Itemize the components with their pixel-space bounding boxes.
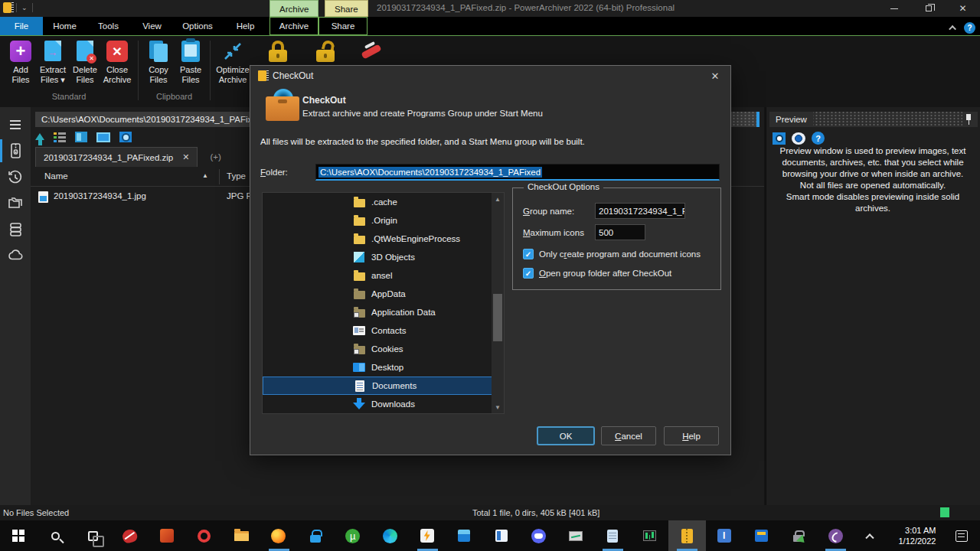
- taskbar-app-taskmgr[interactable]: [632, 520, 669, 551]
- tools-button[interactable]: [354, 41, 389, 64]
- taskbar-app-lock[interactable]: [297, 520, 335, 551]
- scroll-down-icon[interactable]: ▼: [492, 401, 504, 413]
- scroll-up-icon[interactable]: ▲: [492, 193, 504, 205]
- taskbar-clock[interactable]: 3:01 AM 1/12/2022: [886, 520, 939, 551]
- paste-files-button[interactable]: PasteFiles: [173, 41, 208, 85]
- sidebar-item-history[interactable]: [0, 164, 31, 190]
- taskbar-app-encryption[interactable]: [780, 520, 818, 551]
- taskbar-app-explorer[interactable]: [223, 520, 260, 551]
- column-type[interactable]: Type: [227, 171, 246, 181]
- close-button[interactable]: ✕: [946, 0, 980, 17]
- pin-icon[interactable]: [962, 112, 975, 126]
- delete-files-icon: ✕: [74, 41, 96, 62]
- max-icons-input[interactable]: 500: [595, 224, 645, 240]
- sidebar-item-folders[interactable]: [0, 190, 31, 216]
- tree-item-desktop[interactable]: Desktop: [263, 358, 504, 377]
- minimize-button[interactable]: [877, 0, 911, 17]
- taskbar-app-notepad[interactable]: [594, 520, 632, 551]
- close-icon: ✕: [959, 3, 966, 14]
- extract-files-button[interactable]: → ExtractFiles ▾: [35, 41, 70, 85]
- help-icon[interactable]: ?: [964, 22, 975, 34]
- taskbar-app-compressor[interactable]: [743, 520, 780, 551]
- split-view-icon[interactable]: [75, 132, 87, 142]
- tab-close-icon[interactable]: ✕: [182, 152, 189, 162]
- tree-item-cookies[interactable]: Cookies: [263, 340, 504, 358]
- search-button[interactable]: [38, 520, 75, 551]
- taskbar-app-fdm[interactable]: [112, 520, 149, 551]
- sidebar-item-archive[interactable]: [0, 138, 31, 164]
- taskbar-app-firefox[interactable]: [260, 520, 298, 551]
- tree-item-3d-objects[interactable]: 3D Objects: [263, 248, 504, 266]
- sidebar-item-cloud[interactable]: [0, 242, 31, 268]
- checkbox-only-create-icons[interactable]: Only create program and document icons: [523, 249, 701, 259]
- folder-input[interactable]: C:\Users\AOX\Documents\20190317234934_1_…: [315, 164, 720, 181]
- notification-center-button[interactable]: [943, 520, 980, 551]
- tree-item-downloads[interactable]: Downloads: [263, 395, 504, 413]
- delete-files-button[interactable]: ✕ DeleteFiles: [67, 41, 103, 85]
- dialog-close-button[interactable]: ✕: [700, 66, 730, 86]
- folder-tree[interactable]: .cache .Origin .QtWebEngineProcess 3D Ob…: [262, 192, 505, 414]
- taskbar-app-edge[interactable]: [371, 520, 409, 551]
- preview-header[interactable]: Preview: [769, 112, 978, 127]
- menu-help[interactable]: Help: [221, 17, 270, 35]
- menu-file[interactable]: File: [0, 17, 43, 35]
- ok-button[interactable]: OK: [537, 426, 595, 445]
- details-view-icon[interactable]: [54, 132, 66, 142]
- close-archive-button[interactable]: ✕ CloseArchive: [100, 41, 135, 85]
- hamburger-menu-icon[interactable]: [0, 112, 31, 138]
- cancel-button[interactable]: Cancel: [601, 426, 656, 445]
- wide-view-icon[interactable]: [96, 132, 110, 142]
- scroll-thumb[interactable]: [493, 294, 502, 341]
- column-name[interactable]: Name: [44, 171, 68, 181]
- tray-expand-button[interactable]: [854, 520, 887, 551]
- taskbar-app-viber[interactable]: [817, 520, 854, 551]
- taskbar-app-discord[interactable]: [520, 520, 557, 551]
- menu-home[interactable]: Home: [43, 17, 87, 35]
- menu-archive[interactable]: Archive: [270, 17, 318, 35]
- tree-item-application-data[interactable]: Application Data: [263, 303, 504, 321]
- menu-view[interactable]: View: [130, 17, 174, 35]
- optimize-archive-button[interactable]: OptimizeArchive: [213, 41, 253, 85]
- menu-options[interactable]: Options: [174, 17, 221, 35]
- checkbox-open-group-folder[interactable]: Open group folder after CheckOut: [523, 268, 671, 279]
- decrypt-button[interactable]: [308, 41, 343, 65]
- dialog-title-bar[interactable]: CheckOut: [250, 66, 730, 86]
- tree-item-documents[interactable]: Documents: [263, 377, 504, 395]
- tree-item-appdata[interactable]: AppData: [263, 285, 504, 303]
- restore-button[interactable]: [911, 0, 946, 17]
- start-button[interactable]: [0, 520, 38, 551]
- taskbar-app-3d[interactable]: [446, 520, 483, 551]
- encrypt-button[interactable]: [260, 41, 296, 65]
- menu-tools[interactable]: Tools: [87, 17, 130, 35]
- task-view-button[interactable]: [74, 520, 112, 551]
- taskbar-app-utorrent[interactable]: µ: [335, 520, 372, 551]
- taskbar-app-winamp[interactable]: [409, 520, 446, 551]
- tree-item-cache[interactable]: .cache: [263, 193, 504, 211]
- copy-files-button[interactable]: CopyFiles: [141, 41, 176, 85]
- tree-item-qtwebengine[interactable]: .QtWebEngineProcess: [263, 230, 504, 248]
- group-name-input[interactable]: 20190317234934_1_PA: [595, 203, 685, 219]
- taskbar-app-office[interactable]: [149, 520, 186, 551]
- qat-dropdown-icon[interactable]: ⌄: [21, 4, 28, 11]
- tree-item-origin[interactable]: .Origin: [263, 211, 504, 230]
- preview-eye-icon[interactable]: [792, 132, 805, 145]
- up-one-level-icon[interactable]: [35, 129, 44, 140]
- taskbar-app-powerarchiver[interactable]: [668, 520, 706, 551]
- tree-scrollbar[interactable]: ▲ ▼: [492, 193, 504, 413]
- preview-toggle-icon[interactable]: [119, 132, 132, 142]
- taskbar-app-monitor[interactable]: [557, 520, 595, 551]
- tree-item-ansel[interactable]: ansel: [263, 266, 504, 285]
- taskbar-app-opera[interactable]: [186, 520, 224, 551]
- tree-item-contacts[interactable]: Contacts: [263, 321, 504, 340]
- add-files-button[interactable]: + AddFiles: [3, 41, 38, 85]
- menu-share[interactable]: Share: [318, 17, 368, 35]
- new-tab-button[interactable]: (+): [210, 152, 220, 161]
- sidebar-item-burner[interactable]: [0, 216, 31, 242]
- clock-date: 1/12/2022: [898, 536, 936, 546]
- preview-help-icon[interactable]: ?: [812, 132, 825, 145]
- taskbar-app-installer[interactable]: I: [706, 520, 743, 551]
- smart-mode-icon[interactable]: [773, 132, 786, 145]
- taskbar-app-doc[interactable]: [483, 520, 521, 551]
- help-button[interactable]: Help: [664, 426, 719, 445]
- archive-tab[interactable]: 20190317234934_1_PAFixed.zip ✕: [35, 147, 198, 167]
